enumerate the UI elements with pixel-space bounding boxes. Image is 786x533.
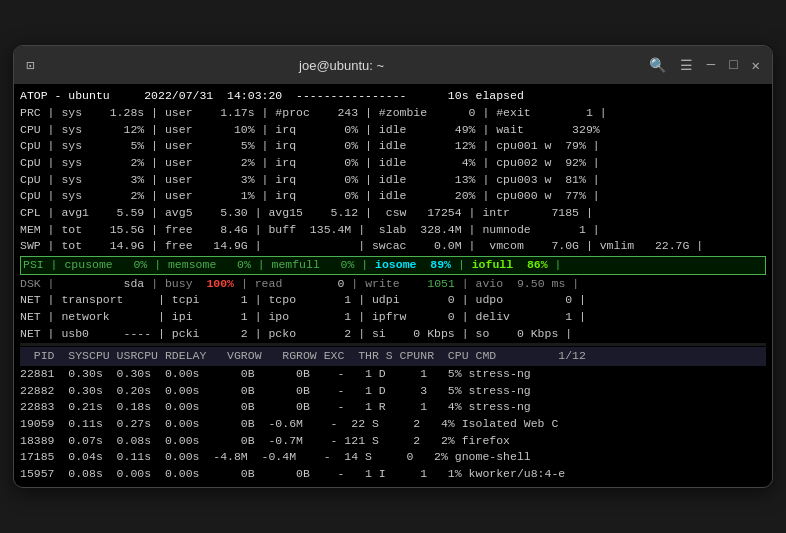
cpl-row: CPL | avg1 5.59 | avg5 5.30 | avg15 5.12… [20,205,766,222]
proc-row-15957: 15957 0.08s 0.00s 0.00s 0B 0B - 1 I 1 1%… [20,466,766,483]
close-icon[interactable]: ✕ [752,57,760,74]
cpu1-row: CpU | sys 5% | user 5% | irq 0% | idle 1… [20,138,766,155]
search-icon[interactable]: 🔍 [649,57,666,74]
net1-row: NET | transport | tcpi 1 | tcpo 1 | udpi… [20,292,766,309]
cpu2-row: CpU | sys 2% | user 2% | irq 0% | idle 4… [20,155,766,172]
titlebar-left: ⊡ [26,57,34,74]
psi-cpusome: cpusome 0% [64,258,147,271]
cpu-row: CPU | sys 12% | user 10% | irq 0% | idle… [20,122,766,139]
mem-row: MEM | tot 15.5G | free 8.4G | buff 135.4… [20,222,766,239]
window-controls[interactable]: 🔍 ☰ ─ □ ✕ [649,57,760,74]
maximize-icon[interactable]: □ [729,57,737,73]
terminal-body: ATOP - ubuntu 2022/07/31 14:03:20 ------… [14,84,772,486]
proc-row-17185: 17185 0.04s 0.11s 0.00s -4.8M -0.4M - 14… [20,449,766,466]
psi-row: PSI | cpusome 0% | memsome 0% | memfull … [20,256,766,275]
menu-icon[interactable]: ☰ [680,57,693,74]
net3-row: NET | usb0 ---- | pcki 2 | pcko 2 | si 0… [20,326,766,343]
psi-iofull: iofull 86% [472,258,548,271]
prc-row: PRC | sys 1.28s | user 1.17s | #proc 243… [20,105,766,122]
cpu3-row: CpU | sys 3% | user 3% | irq 0% | idle 1… [20,172,766,189]
net2-row: NET | network | ipi 1 | ipo 1 | ipfrw 0 … [20,309,766,326]
psi-memfull: memfull 0% [272,258,355,271]
proc-row-22883: 22883 0.21s 0.18s 0.00s 0B 0B - 1 R 1 4%… [20,399,766,416]
titlebar: ⊡ joe@ubuntu: ~ 🔍 ☰ ─ □ ✕ [14,46,772,84]
swp-row: SWP | tot 14.9G | free 14.9G | | swcac 0… [20,238,766,255]
psi-memsome: memsome 0% [168,258,251,271]
terminal-window: ⊡ joe@ubuntu: ~ 🔍 ☰ ─ □ ✕ ATOP - ubuntu … [13,45,773,487]
proc-row-22882: 22882 0.30s 0.20s 0.00s 0B 0B - 1 D 3 5%… [20,383,766,400]
process-header: PID SYSCPU USRCPU RDELAY VGROW RGROW EXC… [20,347,766,366]
proc-row-22881: 22881 0.30s 0.30s 0.00s 0B 0B - 1 D 1 5%… [20,366,766,383]
dsk-row: DSK | sda | busy 100% | read 0 | write 1… [20,276,766,293]
minimize-icon[interactable]: ─ [707,57,715,73]
proc-row-18389: 18389 0.07s 0.08s 0.00s 0B -0.7M - 121 S… [20,433,766,450]
window-title: joe@ubuntu: ~ [34,58,648,73]
cpu4-row: CpU | sys 2% | user 1% | irq 0% | idle 2… [20,188,766,205]
atop-header-row: ATOP - ubuntu 2022/07/31 14:03:20 ------… [20,88,766,105]
terminal-icon: ⊡ [26,57,34,74]
proc-row-19059: 19059 0.11s 0.27s 0.00s 0B -0.6M - 22 S … [20,416,766,433]
psi-iosome: iosome 89% [375,258,451,271]
